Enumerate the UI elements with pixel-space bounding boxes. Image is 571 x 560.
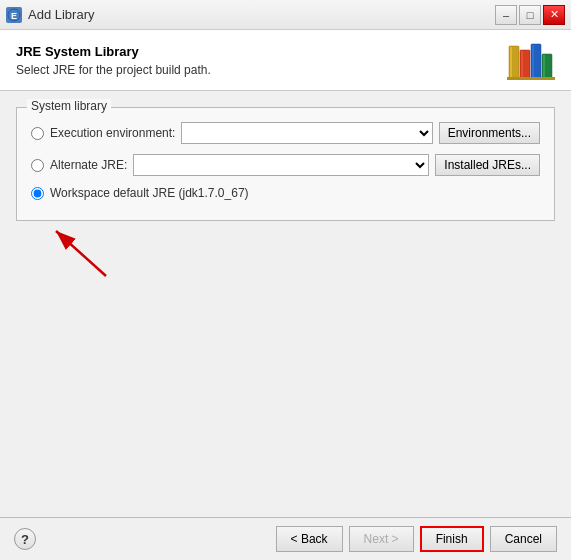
group-legend: System library	[27, 99, 111, 113]
close-button[interactable]: ✕	[543, 5, 565, 25]
minimize-button[interactable]: –	[495, 5, 517, 25]
books-icon	[507, 40, 555, 80]
header-text: JRE System Library Select JRE for the pr…	[16, 44, 211, 77]
arrow-annotation	[36, 221, 136, 281]
footer: ? < Back Next > Finish Cancel	[0, 517, 571, 560]
annotation-area	[16, 231, 555, 291]
restore-button[interactable]: □	[519, 5, 541, 25]
footer-right: < Back Next > Finish Cancel	[276, 526, 557, 552]
header-section: JRE System Library Select JRE for the pr…	[0, 30, 571, 91]
workspace-default-row: Workspace default JRE (jdk1.7.0_67)	[31, 186, 540, 200]
window-controls: – □ ✕	[495, 5, 565, 25]
cancel-button[interactable]: Cancel	[490, 526, 557, 552]
header-subtext: Select JRE for the project build path.	[16, 63, 211, 77]
workspace-default-label[interactable]: Workspace default JRE (jdk1.7.0_67)	[50, 186, 249, 200]
title-bar: E Add Library – □ ✕	[0, 0, 571, 30]
help-button[interactable]: ?	[14, 528, 36, 550]
finish-button[interactable]: Finish	[420, 526, 484, 552]
next-button[interactable]: Next >	[349, 526, 414, 552]
svg-rect-9	[543, 55, 545, 77]
svg-rect-3	[510, 47, 512, 77]
back-button[interactable]: < Back	[276, 526, 343, 552]
title-bar-left: E Add Library	[6, 7, 94, 23]
execution-env-radio[interactable]	[31, 127, 44, 140]
header-heading: JRE System Library	[16, 44, 211, 59]
alternate-jre-radio[interactable]	[31, 159, 44, 172]
alternate-jre-row: Alternate JRE: Installed JREs...	[31, 154, 540, 176]
footer-left: ?	[14, 528, 36, 550]
execution-env-row: Execution environment: Environments...	[31, 122, 540, 144]
svg-text:E: E	[11, 11, 17, 21]
execution-env-label[interactable]: Execution environment:	[50, 126, 175, 140]
environments-button[interactable]: Environments...	[439, 122, 540, 144]
workspace-default-radio[interactable]	[31, 187, 44, 200]
installed-jres-button[interactable]: Installed JREs...	[435, 154, 540, 176]
app-icon: E	[6, 7, 22, 23]
dialog-title: Add Library	[28, 7, 94, 22]
svg-rect-5	[521, 51, 523, 77]
alternate-jre-label[interactable]: Alternate JRE:	[50, 158, 127, 172]
content-area: System library Execution environment: En…	[0, 91, 571, 517]
svg-line-12	[56, 231, 106, 276]
svg-rect-10	[507, 77, 555, 80]
svg-rect-7	[532, 45, 534, 77]
execution-env-dropdown[interactable]	[181, 122, 432, 144]
system-library-group: System library Execution environment: En…	[16, 107, 555, 221]
dialog-body: JRE System Library Select JRE for the pr…	[0, 30, 571, 560]
alternate-jre-dropdown[interactable]	[133, 154, 429, 176]
